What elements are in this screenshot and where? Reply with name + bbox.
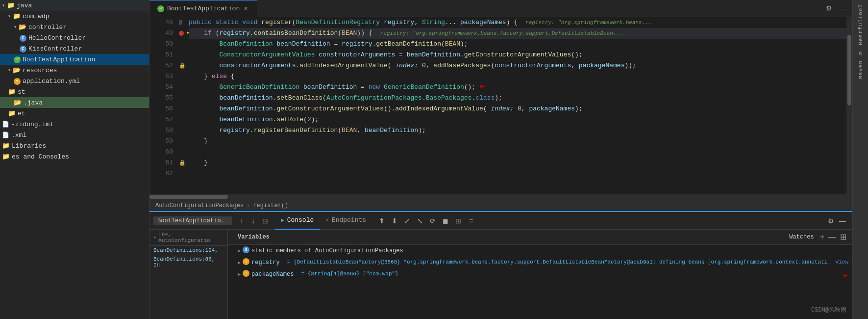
settings-icon-button[interactable]: ⚙ bbox=[823, 2, 835, 14]
toolbar-icon-3[interactable]: ⤢ bbox=[401, 215, 413, 227]
add-watch-button[interactable]: + bbox=[818, 233, 826, 241]
code-line-49: if (registry.containsBeanDefinition(BEAN… bbox=[189, 28, 846, 39]
sidebar-item-java[interactable]: 📂 .java bbox=[0, 97, 149, 108]
restfultool-label[interactable]: RestfulTool bbox=[858, 4, 864, 45]
red-arrow-icon: ➜ bbox=[479, 82, 485, 93]
sidebar-item-consoles[interactable]: 📁 es and Consoles bbox=[0, 151, 149, 162]
tab-endpoints-label: Endpoints bbox=[332, 216, 366, 224]
debug-down-button[interactable]: ↓ bbox=[248, 215, 259, 227]
debug-filter-button[interactable]: ⊟ bbox=[259, 215, 271, 227]
sidebar-item-resources[interactable]: ▾ 📂 resources bbox=[0, 65, 149, 76]
pkg-type-icon: ! bbox=[243, 270, 249, 277]
code-line-53: } else { bbox=[189, 71, 846, 82]
sidebar-item-java[interactable]: ▾ 📁 java bbox=[0, 0, 149, 11]
folder-icon: 📂 bbox=[19, 23, 26, 31]
sidebar-label: KissController bbox=[28, 45, 82, 53]
folder-icon: 📁 bbox=[2, 153, 10, 160]
stack-item-1[interactable]: BeanDefinitions:124, bbox=[149, 246, 227, 255]
breadcrumb-item-2[interactable]: register() bbox=[253, 202, 288, 209]
breadcrumb: AutoConfigurationPackages › register() bbox=[149, 200, 852, 211]
tab-close-button[interactable]: × bbox=[243, 5, 248, 13]
sidebar-label: st bbox=[18, 88, 25, 96]
tab-console[interactable]: ▶ Console bbox=[275, 212, 320, 230]
toolbar-icon-8[interactable]: ≡ bbox=[465, 215, 477, 227]
code-line-62 bbox=[189, 168, 846, 179]
expand-icon: ▶ bbox=[238, 247, 241, 255]
class-icon: C bbox=[20, 45, 26, 53]
code-line-52: constructorArguments.addIndexedArgumentV… bbox=[189, 60, 846, 71]
toolbar-icon-2[interactable]: ⬇ bbox=[389, 215, 400, 227]
debug-up-button[interactable]: ↑ bbox=[236, 215, 248, 227]
expand-icon-registry: ▶ bbox=[238, 259, 241, 266]
yaml-icon: Y bbox=[14, 77, 21, 85]
variables-header: Variables bbox=[232, 232, 275, 242]
sidebar-item-et[interactable]: 📁 et bbox=[0, 108, 149, 119]
sidebar-item-iml[interactable]: 📄 -zidong.iml bbox=[0, 119, 149, 130]
variables-section: Variables Watches + — ⊞ ▶ S static membe… bbox=[228, 230, 852, 319]
folder-icon: 📁 bbox=[8, 88, 16, 96]
bottom-panel-tabs: BootTestApplication ▾ ↑ ↓ ⊟ ▶ Console ⚡ … bbox=[149, 212, 852, 230]
sidebar-item-boot-test-app[interactable]: 🌱 BootTestApplication bbox=[0, 54, 149, 65]
minimize-icon-button[interactable]: — bbox=[837, 2, 848, 14]
tab-label: BootTestApplication bbox=[167, 5, 240, 12]
sidebar: ▾ 📁 java ▾ 📁 com.wdp ▾ 📂 controller C He… bbox=[0, 0, 149, 319]
pkg-eq bbox=[296, 270, 299, 279]
code-line-60 bbox=[189, 147, 846, 158]
bottom-panel: BootTestApplication ▾ ↑ ↓ ⊟ ▶ Console ⚡ … bbox=[149, 211, 852, 319]
h-scrollbar-thumb[interactable] bbox=[149, 195, 228, 199]
maven-label[interactable]: Maven bbox=[858, 60, 864, 79]
code-line-55: beanDefinition.setBeanClass(AutoConfigur… bbox=[189, 93, 846, 104]
var-row-registry[interactable]: ▶ ! registry = {DefaultListableBeanFacto… bbox=[228, 257, 852, 268]
var-row-static[interactable]: ▶ S static members of AutoConfigurationP… bbox=[228, 245, 852, 257]
sidebar-item-com-wdp[interactable]: ▾ 📁 com.wdp bbox=[0, 11, 149, 22]
sidebar-label: .java bbox=[24, 99, 43, 106]
class-icon: C bbox=[20, 34, 26, 42]
sidebar-item-application-yml[interactable]: Y application.yml bbox=[0, 76, 149, 86]
arrow-icon: ▾ bbox=[14, 24, 17, 30]
code-line-51: ConstructorArgumentValues constructorArg… bbox=[189, 50, 846, 60]
folder-icon: 📁 bbox=[7, 1, 15, 9]
code-editor[interactable]: 48 49 50 51 52 53 54 55 56 57 58 59 60 6… bbox=[149, 17, 852, 211]
registry-var-value: = {DefaultListableBeanFactory@3568} *org… bbox=[287, 258, 832, 266]
red-arrow-pkg-icon: ➜ bbox=[843, 270, 848, 283]
toolbar-icon-4[interactable]: ⤡ bbox=[414, 215, 426, 227]
expand-watch-button[interactable]: ⊞ bbox=[838, 233, 848, 241]
watermark: CSDN@风秋雨 bbox=[811, 306, 846, 314]
tab-endpoints[interactable]: ⚡ Endpoints bbox=[320, 212, 372, 230]
stack-item-label[interactable]: :94, AutoConfiguratio bbox=[158, 232, 223, 243]
sidebar-label: controller bbox=[28, 24, 67, 31]
scrollbar-thumb[interactable] bbox=[847, 35, 851, 106]
registry-var-name: registry bbox=[251, 258, 280, 267]
code-content[interactable]: public static void register(BeanDefiniti… bbox=[189, 17, 846, 194]
sidebar-item-controller[interactable]: ▾ 📂 controller bbox=[0, 22, 149, 32]
registry-eq bbox=[282, 258, 285, 267]
var-row-packagenames[interactable]: ▶ ! packageNames = {String[1]@3966} ["co… bbox=[228, 268, 852, 285]
close-bottom-button[interactable]: — bbox=[837, 215, 848, 227]
code-line-58: registry.registerBeanDefinition(BEAN, be… bbox=[189, 125, 846, 136]
sidebar-item-st[interactable]: 📁 st bbox=[0, 86, 149, 97]
m-label[interactable]: m bbox=[858, 51, 864, 55]
stack-item-2[interactable]: BeanDefinitions:86, In bbox=[149, 255, 227, 269]
tab-boot-test-app[interactable]: 🌱 BootTestApplication × bbox=[149, 0, 257, 17]
code-line-61: } bbox=[189, 158, 846, 168]
vertical-scrollbar[interactable] bbox=[846, 17, 852, 194]
sidebar-item-kiss-controller[interactable]: C KissController bbox=[0, 43, 149, 54]
folder-icon: 📂 bbox=[13, 66, 21, 74]
debug-session-dropdown[interactable]: BootTestApplication ▾ bbox=[153, 216, 232, 225]
sidebar-item-xml[interactable]: 📄 .xml bbox=[0, 130, 149, 140]
folder-icon: 📁 bbox=[2, 142, 10, 150]
breadcrumb-item-1[interactable]: AutoConfigurationPackages bbox=[155, 202, 244, 209]
settings-bottom-button[interactable]: ⚙ bbox=[825, 215, 837, 227]
spring-icon: 🌱 bbox=[14, 55, 21, 63]
toolbar-icon-7[interactable]: ⊞ bbox=[452, 215, 464, 227]
sidebar-item-hello-controller[interactable]: C HelloController bbox=[0, 32, 149, 43]
horizontal-scrollbar[interactable] bbox=[149, 194, 852, 200]
minimize-watch-button[interactable]: — bbox=[826, 233, 838, 241]
toolbar-icon-6[interactable]: ◼ bbox=[440, 215, 451, 227]
sidebar-item-libraries[interactable]: 📁 Libraries bbox=[0, 140, 149, 151]
view-link[interactable]: View bbox=[836, 258, 848, 266]
code-line-59: } bbox=[189, 136, 846, 147]
sidebar-label: -zidong.iml bbox=[11, 121, 53, 128]
toolbar-icon-5[interactable]: ⟳ bbox=[427, 215, 439, 227]
toolbar-icon-1[interactable]: ⬆ bbox=[376, 215, 388, 227]
